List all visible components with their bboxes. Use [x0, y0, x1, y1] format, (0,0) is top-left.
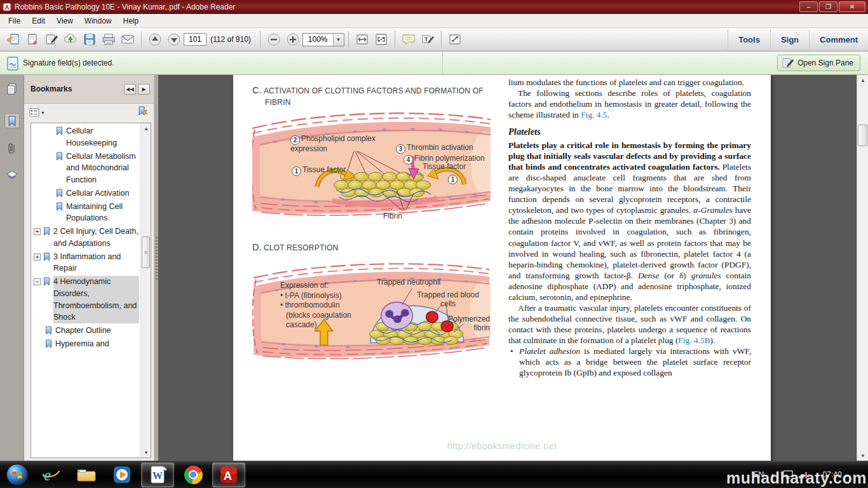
- page-number-input[interactable]: [184, 33, 207, 46]
- bookmark-icon: [55, 152, 64, 161]
- bookmark-icon: [44, 339, 53, 348]
- document-scrollbar[interactable]: ▲ ▼: [857, 75, 868, 461]
- menu-edit[interactable]: Edit: [26, 15, 51, 27]
- bookmark-label[interactable]: 3 Inflammation and Repair: [53, 251, 139, 275]
- panel-splitter[interactable]: [154, 75, 158, 461]
- bookmarks-panel-icon[interactable]: [4, 113, 20, 128]
- minimize-button[interactable]: –: [799, 1, 818, 12]
- tab-sign[interactable]: Sign: [771, 35, 809, 44]
- bookmark-item[interactable]: −4 Hemodynamic Disorders, Thromboembolis…: [31, 275, 140, 324]
- bookmark-label[interactable]: Hyperemia and: [55, 338, 109, 350]
- svg-text:e: e: [44, 466, 51, 484]
- taskbar-adobe-reader-icon[interactable]: A: [212, 463, 245, 487]
- tab-comment[interactable]: Comment: [810, 35, 868, 44]
- options-caret-icon: ▼: [41, 111, 45, 115]
- sticky-note-button[interactable]: [400, 30, 417, 48]
- collapse-panel-button[interactable]: ◀◀: [124, 84, 136, 95]
- figure-reference-link[interactable]: Fig. 4.5B: [678, 336, 710, 345]
- next-page-button[interactable]: [165, 30, 183, 48]
- tray-network-icon[interactable]: [798, 470, 808, 479]
- clock[interactable]: 07:40 م: [813, 470, 858, 480]
- figure-reference-link[interactable]: Fig. 4.5: [581, 110, 607, 119]
- previous-page-button[interactable]: [146, 30, 164, 48]
- highlight-text-button[interactable]: T: [419, 30, 437, 48]
- section-heading: Platelets: [508, 126, 751, 137]
- attachments-icon[interactable]: [4, 141, 20, 156]
- menu-file[interactable]: File: [3, 15, 26, 27]
- fullscreen-button[interactable]: [446, 30, 464, 48]
- bookmark-expander[interactable]: −: [34, 278, 41, 285]
- zoom-out-button[interactable]: [265, 30, 283, 48]
- svg-text:T: T: [424, 36, 428, 43]
- tray-display-icon[interactable]: [783, 470, 793, 479]
- bookmark-item[interactable]: Hyperemia and: [31, 337, 140, 351]
- bookmarks-options-button[interactable]: ▼: [29, 108, 45, 117]
- sign-pen-icon: [782, 57, 794, 69]
- close-button[interactable]: ✕: [839, 1, 865, 12]
- expand-panel-button[interactable]: ▶: [138, 84, 150, 95]
- bookmarks-tree: Cellular HousekeepingCellular Metabolism…: [31, 123, 151, 458]
- print-button[interactable]: [100, 30, 118, 48]
- figure-d-diagram: Expression of: • t-PA (fibrinolysis)• th…: [252, 255, 491, 370]
- bookmark-label[interactable]: 4 Hemodynamic Disorders, Thromboembolism…: [53, 276, 139, 323]
- bookmark-label[interactable]: Cellular Metabolism and Mitochondrial Fu…: [66, 151, 139, 186]
- bookmark-label[interactable]: Cellular Housekeeping: [66, 125, 139, 149]
- expression-bullet: • thrombomodulin (blocks coagulation cas…: [280, 301, 358, 330]
- bookmark-item[interactable]: Cellular Metabolism and Mitochondrial Fu…: [31, 150, 140, 187]
- bookmark-label[interactable]: Cellular Activation: [66, 187, 129, 200]
- zoom-caret-icon[interactable]: ▼: [333, 34, 344, 46]
- email-button[interactable]: [119, 30, 137, 48]
- bookmark-item[interactable]: Chapter Outline: [31, 324, 140, 337]
- bookmark-item[interactable]: +3 Inflammation and Repair: [31, 250, 140, 276]
- bookmark-item[interactable]: +2 Cell Injury, Cell Death, and Adaptati…: [31, 225, 140, 250]
- scroll-down-icon[interactable]: ▼: [141, 447, 151, 458]
- bookmark-label[interactable]: Chapter Outline: [55, 325, 111, 337]
- menu-window[interactable]: Window: [79, 15, 118, 27]
- figure-c-diagram: 2Phospholipid complex expression 3Thromb…: [252, 104, 491, 230]
- scroll-up-icon[interactable]: ▲: [141, 123, 151, 133]
- text-run: .: [607, 110, 609, 119]
- bookmark-item[interactable]: Cellular Activation: [31, 187, 140, 200]
- fit-width-button[interactable]: [353, 30, 371, 48]
- menu-view[interactable]: View: [51, 15, 79, 27]
- bookmark-arrow-icon: [137, 106, 149, 116]
- zoom-in-button[interactable]: [284, 30, 302, 48]
- taskbar-chrome-icon[interactable]: [177, 463, 210, 487]
- open-file-button[interactable]: [4, 30, 22, 48]
- layers-icon[interactable]: [4, 168, 20, 183]
- doc-scroll-up-icon[interactable]: ▲: [857, 75, 868, 85]
- bookmark-item[interactable]: Cellular Housekeeping: [31, 125, 140, 150]
- bookmarks-scrollbar[interactable]: ▲ ▼: [140, 123, 151, 458]
- create-pdf-button[interactable]: [24, 30, 41, 48]
- bookmark-label[interactable]: Maintaining Cell Populations: [66, 201, 139, 225]
- tab-tools[interactable]: Tools: [728, 35, 770, 44]
- bookmark-item[interactable]: Maintaining Cell Populations: [31, 200, 140, 226]
- doc-scroll-down-icon[interactable]: ▼: [857, 451, 868, 461]
- taskbar-explorer-icon[interactable]: [70, 463, 103, 487]
- open-sign-pane-button[interactable]: Open Sign Pane: [777, 55, 860, 71]
- page-thumbnails-icon[interactable]: [4, 81, 20, 97]
- taskbar-media-player-icon[interactable]: [105, 463, 139, 487]
- bookmarks-scroll-thumb[interactable]: [142, 236, 150, 268]
- restore-button[interactable]: ❐: [819, 1, 837, 12]
- bookmark-expander[interactable]: +: [34, 228, 41, 235]
- start-button[interactable]: [6, 464, 28, 485]
- bookmark-label[interactable]: 2 Cell Injury, Cell Death, and Adaptatio…: [53, 226, 139, 250]
- send-cloud-button[interactable]: [62, 30, 79, 48]
- footer-link[interactable]: http://ebooksmedicine.net: [233, 441, 771, 451]
- save-button[interactable]: [81, 30, 98, 48]
- bookmark-icon: [44, 326, 53, 335]
- bookmark-icon: [43, 252, 51, 261]
- fit-page-button[interactable]: [372, 30, 390, 48]
- menu-help[interactable]: Help: [118, 15, 145, 27]
- bookmark-expander[interactable]: +: [34, 254, 41, 261]
- taskbar-word-icon[interactable]: W: [141, 463, 174, 487]
- taskbar-ie-icon[interactable]: e: [34, 463, 67, 487]
- zoom-level-select[interactable]: 100% ▼: [302, 33, 344, 46]
- document-scroll-thumb[interactable]: [858, 125, 867, 146]
- language-indicator[interactable]: EN: [753, 470, 764, 479]
- goto-current-bookmark-button[interactable]: [137, 106, 149, 119]
- text-run: (or δ): [659, 271, 691, 280]
- fill-sign-button[interactable]: [43, 30, 60, 48]
- tray-chevron-icon[interactable]: ▲: [770, 472, 775, 478]
